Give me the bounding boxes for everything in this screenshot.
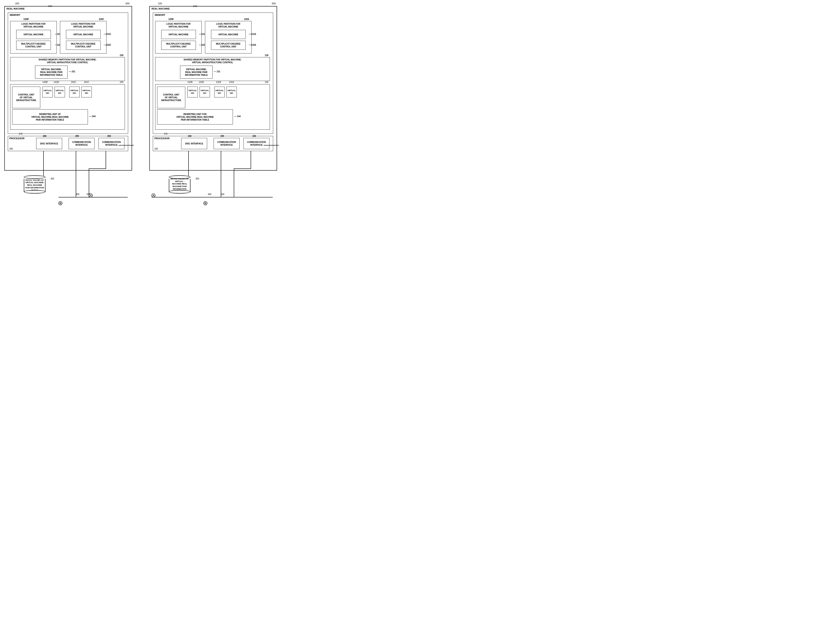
left-proc-ref: 270: [19, 133, 23, 135]
right-mult-b-label: MULTIPLICITY-DEGREECONTROL UNIT: [166, 42, 191, 48]
left-real-machine-box: REAL MACHINE 210 MEMORY LOGIC PARTITION …: [4, 6, 132, 171]
left-disc-label: DISC INTERFACE: [40, 142, 58, 145]
left-shared-ref: 230: [120, 54, 123, 57]
right-circle-a: A: [152, 194, 155, 197]
left-circle-a: A: [89, 194, 93, 197]
left-mult-c-label: MULTIPLICITY-DEGREECONTROL UNIT: [71, 42, 95, 48]
right-h-bus: [152, 197, 273, 197]
right-diagram: 100 600 REAL MACHINE 110 MEMORY LOGIC PA…: [147, 2, 278, 206]
left-vm-b-prime: VIRTUAL MACHINE —121B': [16, 30, 51, 39]
right-nic-141a-ref: 141A: [229, 81, 234, 83]
left-pair-table-label: VIRTUAL MACHINE-REAL MACHINE PAIRINFORMA…: [40, 68, 62, 76]
right-processor-area: PROCESSOR 170 180 DISC INTERFACE 160 COM…: [153, 136, 273, 151]
right-logic-b-label: LOGIC PARTITION FORVIRTUAL MACHINE: [166, 23, 191, 28]
left-network-line: [119, 145, 134, 146]
left-logic-b-prime-ref: 120B': [23, 18, 29, 20]
right-vnic-142a: VIRTUALNIC: [214, 87, 225, 97]
right-vnic-141b: VIRTUALNIC: [200, 87, 210, 97]
left-comm2-v-line2: [89, 168, 89, 197]
left-mult-b-prime-label: MULTIPLICITY-DEGREECONTROL UNIT: [21, 42, 46, 48]
right-mult-a: MULTIPLICITY-DEGREECONTROL UNIT —122A: [211, 41, 246, 50]
right-nic-142a-ref: 142A: [216, 81, 221, 83]
left-virt-infra-area: 240 CONTROL UNITOF VIRTUALINFRASTRUCTURE…: [10, 84, 125, 130]
left-comm-2-label: COMMUNICATION INTERFACE: [99, 141, 124, 146]
right-vm-b-label: VIRTUAL MACHINE: [168, 33, 188, 36]
left-disc-interface: DISC INTERFACE 260: [36, 138, 62, 149]
right-circle-b: B: [203, 201, 207, 205]
left-vnic-141b: VIRTUALNIC: [54, 87, 65, 97]
left-comm-2-ref: 250: [107, 135, 111, 137]
right-control-unit: CONTROL UNITOF VIRTUALINFRASTRUCTURE: [157, 87, 185, 108]
left-control-unit-label: CONTROL UNITOF VIRTUALINFRASTRUCTURE: [16, 93, 36, 102]
right-comm-2: COMMUNICATION INTERFACE 150: [244, 138, 269, 149]
right-disc-v-line: [188, 151, 189, 177]
left-shared-memory: SHARED MEMORY PARTITION FOR VIRTUAL MACH…: [10, 57, 125, 81]
left-cyl-label: INITIAL VALUES OF VIRTUAL MACHINE-REAL M…: [25, 179, 44, 191]
right-mult-b: MULTIPLICITY-DEGREECONTROL UNIT —122B: [161, 41, 196, 50]
left-real-machine-ref: 210: [48, 5, 52, 7]
right-proc-num: 180: [154, 148, 158, 150]
left-control-unit: CONTROL UNITOF VIRTUALINFRASTRUCTURE: [12, 87, 40, 108]
left-virt-infra-ref: 240: [120, 81, 123, 83]
right-shared-memory: SHARED MEMORY PARTITION FOR VIRTUAL MACH…: [155, 57, 270, 81]
left-pair-table: VIRTUAL MACHINE-REAL MACHINE PAIRINFORMA…: [35, 65, 68, 79]
right-cyl-top: [169, 175, 191, 179]
left-comm-2: COMMUNICATION INTERFACE 250: [98, 138, 124, 149]
left-nic-241c-ref: 241C: [84, 81, 89, 83]
left-memory-box: MEMORY LOGIC PARTITION FORVIRTUAL MACHIN…: [8, 12, 128, 134]
left-comm1-v-line: [76, 151, 76, 197]
right-shared-label: SHARED MEMORY PARTITION FOR VIRTUAL MACH…: [183, 58, 242, 64]
left-real-machine-label: REAL MACHINE: [6, 7, 25, 10]
left-vm-b-prime-label: VIRTUAL MACHINE: [23, 33, 43, 36]
right-ref-500: 500: [221, 193, 224, 196]
left-ref-200: 200: [15, 2, 19, 5]
left-proc-num: 280: [9, 148, 13, 150]
right-nic-141b-ref: 141B: [199, 81, 204, 83]
right-vm-a-label: VIRTUAL MACHINE: [218, 33, 238, 36]
left-logic-partition-c-label: LOGIC PARTITION FORVIRTUAL MACHINE: [71, 23, 95, 28]
left-cyl-bottom: [24, 190, 45, 194]
right-real-machine-box: REAL MACHINE 110 MEMORY LOGIC PARTITION …: [149, 6, 277, 171]
right-ref-600: 600: [272, 2, 276, 5]
right-shared-ref: 130: [265, 54, 269, 57]
right-comm1-v-line: [221, 151, 221, 197]
right-network-line: [264, 145, 279, 146]
left-disc-ref: 260: [43, 135, 47, 137]
left-vnic-242c: VIRTUALNIC: [69, 87, 80, 97]
left-disc-v-line: [43, 151, 44, 177]
right-cylinder: INITIAL VALUES OF VIRTUAL - MACHINE-REAL…: [169, 175, 191, 194]
main-container: 200 600 REAL MACHINE 210 MEMORY LOGIC PA…: [0, 0, 280, 208]
right-comm2-v-line2: [234, 168, 234, 197]
right-real-machine-ref: 110: [193, 5, 197, 7]
left-rewriting-label: REWRITING UNIT OFVIRTUAL MACHINE-REAL MA…: [31, 113, 68, 121]
left-logic-c-ref: 220C: [99, 18, 104, 20]
right-rewriting-unit: REWRITING UNIT FORVIRTUAL MACHINE-REAL M…: [157, 109, 233, 124]
left-ref-400: 400: [76, 193, 79, 196]
right-comm-1-ref: 190: [220, 135, 224, 137]
left-circle-b: B: [59, 201, 62, 205]
right-disc-label: DISC INTERFACE: [185, 142, 203, 145]
right-ref-400: 400: [208, 193, 211, 196]
left-comm-1-label: COMMUNICATION INTERFACE: [69, 141, 95, 146]
left-nic-242c-ref: 242C: [71, 81, 76, 83]
right-pair-table: VIRTUAL MACHINE-REAL MACHINE PAIRINFORMA…: [180, 65, 213, 79]
right-comm-1: COMMUNICATION INTERFACE 190: [214, 138, 240, 149]
left-vm-c-label: VIRTUAL MACHINE: [73, 33, 93, 36]
right-disc-ref: 160: [188, 135, 191, 137]
right-comm2-v-line: [251, 151, 251, 168]
right-comm-2-label: COMMUNICATION INTERFACE: [244, 141, 269, 146]
right-logic-partition-b: LOGIC PARTITION FORVIRTUAL MACHINE 120B …: [155, 21, 202, 53]
left-h-bus-500: [59, 197, 128, 197]
left-vnic-142b: VIRTUALNIC: [42, 87, 53, 97]
right-ref-100: 100: [158, 2, 162, 5]
right-mult-a-label: MULTIPLICITY-DEGREECONTROL UNIT: [216, 42, 241, 48]
left-nic-142b-ref: 142B': [42, 81, 48, 83]
right-comm2-h-line: [234, 168, 251, 169]
right-cyl-bottom: [169, 190, 191, 194]
right-rewriting-label: REWRITING UNIT FORVIRTUAL MACHINE-REAL M…: [176, 113, 214, 121]
right-vm-a: VIRTUAL MACHINE —121A: [211, 30, 246, 39]
right-disc-interface: DISC INTERFACE 160: [181, 138, 207, 149]
right-logic-a-label: LOGIC PARTITION FORVIRTUAL MACHINE: [216, 23, 240, 28]
left-comm2-v-line: [106, 151, 106, 168]
right-pair-table-label: VIRTUAL MACHINE-REAL MACHINE PAIRINFORMA…: [185, 68, 208, 76]
